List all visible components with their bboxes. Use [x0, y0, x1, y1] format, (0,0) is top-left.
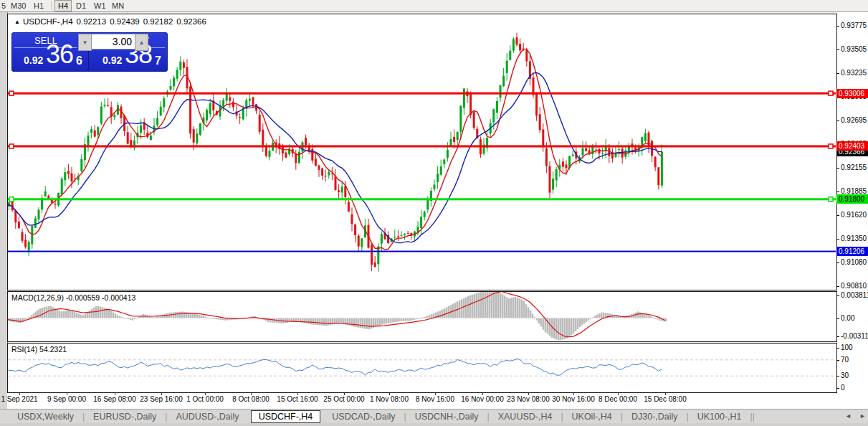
date-label: 23 Sep 16:00 — [140, 395, 183, 403]
chart-tab-usdx[interactable]: USDX,Weekly — [9, 412, 82, 422]
ohlc-open: 0.92213 — [77, 17, 107, 26]
date-label: 16 Sep 08:00 — [93, 395, 136, 403]
ohlc-close: 0.92366 — [176, 17, 206, 26]
hline-price-label: 0.91800 — [836, 194, 868, 204]
rsi-chart — [8, 344, 836, 392]
volume-spinner: ▼ ▲ — [78, 34, 148, 48]
date-label: 8 Nov 16:00 — [416, 395, 454, 403]
date-label: 30 Nov 16:00 — [552, 395, 595, 403]
price-tick — [836, 168, 839, 169]
price-tick — [836, 215, 839, 216]
chart-symbol: USDCHF-,H4 — [23, 17, 73, 26]
timeframe-toolbar: 5M30H1H4D1W1MN — [0, 0, 868, 12]
sell-price-pips: 36 — [46, 39, 73, 70]
date-label: 1 Oct 00:00 — [186, 395, 224, 403]
rsi-axis-label: 0 — [841, 384, 845, 392]
date-label: 15 Dec 08:00 — [644, 395, 687, 403]
macd-axis-label: 0.003811 — [841, 291, 868, 300]
rsi-axis-label: 30 — [841, 371, 849, 380]
rsi-axis-label: 100 — [841, 344, 853, 352]
date-label: 25 Oct 00:00 — [323, 395, 364, 403]
hline-price-label: 0.92403 — [836, 141, 868, 151]
rsi-axis-label: 70 — [841, 356, 849, 364]
volume-increase-button[interactable]: ▲ — [135, 34, 148, 51]
macd-axis-tick — [836, 295, 839, 296]
macd-axis-tick — [836, 336, 839, 337]
date-label: 16 Nov 00:00 — [461, 395, 504, 403]
date-label: 15 Oct 16:00 — [277, 395, 318, 403]
price-tick-label: 0.91080 — [841, 258, 867, 267]
price-tick — [836, 239, 839, 240]
chart-tab-eurusd[interactable]: EURUSD-,Daily — [85, 412, 165, 422]
date-label: 1 Sep 2021 — [1, 395, 37, 403]
volume-decrease-button[interactable]: ▼ — [78, 34, 92, 51]
price-tick-label: 0.93505 — [841, 45, 867, 54]
price-tick-label: 0.93775 — [841, 22, 867, 30]
chart-tab-usdchf[interactable]: USDCHF-,H4 — [251, 410, 321, 423]
chart-tab-usdcad[interactable]: USDCAD-,Daily — [323, 412, 404, 422]
timeframe-button-d1[interactable]: D1 — [76, 1, 86, 10]
chart-tab-bar: USDX,Weekly|EURUSD-,Daily|AUDUSD-,DailyU… — [0, 409, 868, 424]
sell-price[interactable]: 0.92 36 6 — [13, 50, 89, 70]
date-label: 23 Nov 08:00 — [507, 395, 550, 403]
chart-tab-xauusd[interactable]: XAUUSD-,H4 — [490, 412, 561, 422]
toolbar-separator — [51, 1, 52, 10]
ohlc-high: 0.92439 — [110, 17, 140, 26]
rsi-axis-tick — [836, 348, 839, 349]
rsi-indicator-label: RSI(14) 54.2321 — [11, 345, 67, 354]
timeframe-button-5[interactable]: 5 — [1, 1, 6, 10]
macd-indicator-label: MACD(12,26,9) -0.000559 -0.000413 — [11, 293, 135, 302]
tab-scroll-left-icon[interactable]: ◄ — [845, 412, 852, 420]
timeframe-button-h1[interactable]: H1 — [34, 1, 44, 10]
chart-title: ▲USDCHF-,H40.922130.924390.921820.92366 — [14, 17, 210, 26]
ohlc-low: 0.92182 — [143, 17, 173, 26]
hline-price-label: 0.91206 — [836, 247, 868, 256]
price-tick — [836, 191, 839, 192]
date-label: 8 Dec 00:00 — [598, 395, 637, 403]
price-tick — [836, 286, 839, 287]
macd-axis-label: 0.00 — [841, 314, 854, 323]
sell-price-point: 6 — [76, 55, 82, 67]
volume-input[interactable] — [92, 34, 135, 49]
date-label: 9 Sep 00:00 — [47, 395, 86, 403]
timeframe-button-mn[interactable]: MN — [112, 1, 124, 10]
price-tick — [836, 262, 839, 263]
chart-tab-dj30[interactable]: DJ30-,Daily — [623, 412, 687, 422]
timeframe-button-h4[interactable]: H4 — [54, 0, 72, 11]
chart-tab-usdcnh[interactable]: USDCNH-,Daily — [406, 412, 487, 422]
mt4-terminal-window: 5M30H1H4D1W1MN ▲USDCHF-,H40.922130.92439… — [0, 0, 868, 426]
tab-separator: | — [753, 412, 755, 422]
date-label: 1 Nov 08:00 — [370, 395, 409, 403]
date-label: 8 Oct 08:00 — [232, 395, 270, 403]
one-click-trading-widget: SELL BUY ▼ ▲ 0.92 36 6 0.92 38 7 — [11, 32, 168, 72]
price-tick-label: 0.93235 — [841, 69, 867, 77]
price-tick-label: 0.92695 — [841, 116, 867, 125]
rsi-axis-tick — [836, 376, 839, 377]
macd-axis-label: -0.003115 — [841, 332, 868, 341]
chart-tab-ukoil[interactable]: UKOil-,H4 — [563, 412, 621, 422]
price-tick — [836, 120, 839, 121]
rsi-axis-tick — [836, 360, 839, 361]
sell-price-figure: 0.92 — [24, 55, 43, 66]
chart-tab-uk100[interactable]: UK100-,H1 — [689, 412, 750, 422]
price-tick-label: 0.91350 — [841, 235, 867, 243]
timeframe-button-m30[interactable]: M30 — [11, 1, 26, 10]
price-tick-label: 0.90810 — [841, 282, 867, 290]
price-tick — [836, 49, 839, 50]
tab-scroll-right-icon[interactable]: ► — [859, 412, 866, 420]
price-tick — [836, 73, 839, 74]
macd-axis-tick — [836, 318, 839, 319]
price-tick-label: 0.92155 — [841, 164, 867, 172]
chart-tab-audusd[interactable]: AUDUSD-,Daily — [167, 412, 247, 422]
buy-price[interactable]: 0.92 38 7 — [90, 50, 166, 70]
price-tick-label: 0.91620 — [841, 211, 867, 219]
symbol-collapse-icon[interactable]: ▲ — [14, 19, 20, 25]
price-tick — [836, 26, 839, 27]
rsi-axis-tick — [836, 388, 839, 389]
buy-price-point: 7 — [155, 55, 161, 67]
hline-price-label: 0.93006 — [836, 89, 868, 98]
status-strip — [0, 423, 868, 426]
buy-price-figure: 0.92 — [102, 55, 122, 66]
timeframe-button-w1[interactable]: W1 — [94, 1, 106, 10]
